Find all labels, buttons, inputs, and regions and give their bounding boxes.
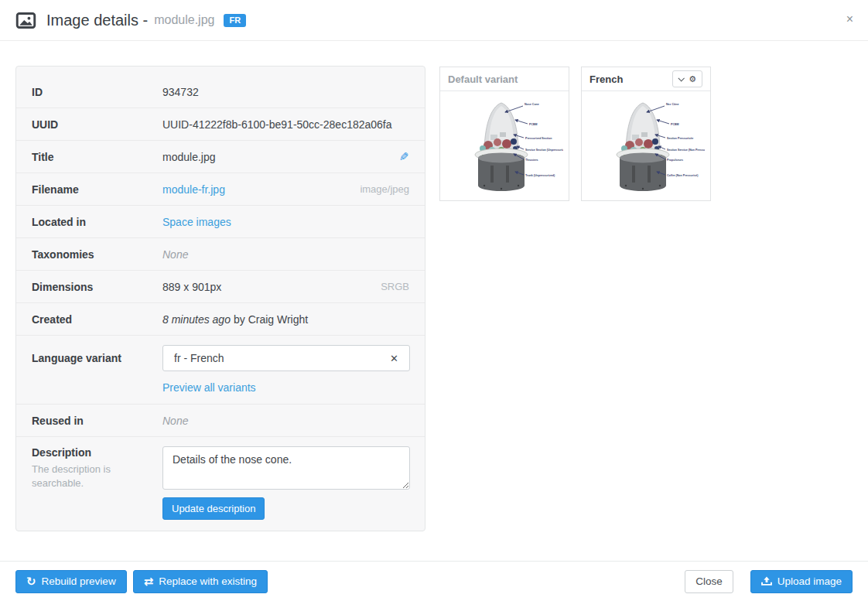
upload-image-button[interactable]: Upload image	[750, 570, 853, 593]
update-description-button[interactable]: Update description	[162, 497, 265, 520]
language-badge: FR	[224, 14, 246, 27]
diagram-label: Propulseurs	[667, 159, 683, 162]
filename-label: Filename	[32, 183, 162, 196]
diagram-label: PCBM	[529, 123, 538, 126]
language-variant-label: Language variant	[32, 345, 162, 364]
refresh-icon: ↻	[26, 575, 36, 587]
row-reused-in: Reused in None	[16, 405, 425, 437]
created-by: by Craig Wright	[234, 313, 308, 326]
row-filename: Filename module-fr.jpg image/jpeg	[16, 173, 425, 206]
edit-pencil-icon[interactable]: ✎	[399, 150, 409, 164]
language-variant-select[interactable]: fr - French ✕	[162, 345, 410, 371]
dimensions-label: Dimensions	[32, 281, 162, 293]
description-label: Description	[32, 446, 91, 459]
diagram-label: Nez Cône	[666, 103, 678, 106]
default-variant-preview[interactable]: Nose Cone PCBM Pressurized Section Servi…	[440, 91, 569, 200]
replace-with-existing-label: Replace with existing	[159, 575, 257, 587]
created-time: 8 minutes ago	[162, 313, 231, 326]
row-located-in: Located in Space images	[16, 206, 425, 238]
row-id: ID 934732	[16, 76, 425, 108]
rebuild-preview-label: Rebuild preview	[42, 575, 116, 587]
dimensions-value: 889 x 901px	[162, 281, 381, 293]
preview-all-variants-link[interactable]: Preview all variants	[162, 381, 256, 394]
modal-header: Image details - module.jpg FR ×	[0, 0, 868, 41]
diagram-label: Pressurized Section	[525, 137, 552, 140]
image-details-modal: Image details - module.jpg FR × ID 93473…	[0, 0, 868, 601]
page-title: Image details -	[46, 12, 148, 29]
close-icon[interactable]: ×	[846, 13, 853, 26]
title-value: module.jpg	[162, 151, 399, 163]
diagram-label: Section Pressurisée	[667, 137, 693, 140]
variant-actions-button[interactable]: ⚙	[672, 70, 702, 87]
row-description: Description The description is searchabl…	[16, 437, 425, 531]
french-variant-title: French	[589, 73, 623, 85]
default-variant-header: Default variant	[440, 67, 569, 91]
language-variant-value: fr - French	[174, 352, 224, 364]
reused-in-label: Reused in	[32, 415, 162, 427]
diagram-label: PCBM	[671, 123, 679, 126]
diagram-label: Thrusters	[525, 159, 538, 162]
id-label: ID	[32, 86, 162, 98]
upload-image-label: Upload image	[777, 575, 842, 587]
row-title: Title module.jpg ✎	[16, 141, 425, 173]
located-in-link[interactable]: Space images	[162, 216, 231, 228]
uuid-value: UUID-41222f8b-6100-be91-50cc-28ec182a06f…	[162, 118, 409, 131]
row-language-variant: Language variant fr - French ✕ Preview a…	[16, 336, 425, 405]
image-icon	[15, 10, 36, 31]
french-variant-header: French ⚙	[582, 67, 710, 91]
swap-arrows-icon: ⇄	[144, 575, 154, 587]
variant-previews: Default variant	[439, 67, 711, 201]
close-button[interactable]: Close	[685, 570, 733, 593]
row-created: Created 8 minutes ago by Craig Wright	[16, 303, 425, 336]
description-hint: The description is searchable.	[32, 463, 148, 490]
replace-with-existing-button[interactable]: ⇄ Replace with existing	[133, 570, 268, 593]
diagram-label: Trunk (Unpressurized)	[525, 174, 555, 177]
color-space: SRGB	[381, 281, 409, 292]
row-taxonomies: Taxonomies None	[16, 238, 425, 271]
upload-icon	[761, 576, 772, 586]
id-value: 934732	[162, 86, 409, 98]
chevron-down-icon[interactable]	[678, 75, 685, 81]
title-label: Title	[32, 151, 162, 163]
row-uuid: UUID UUID-41222f8b-6100-be91-50cc-28ec18…	[16, 108, 425, 141]
diagram-label: Nose Cone	[525, 103, 539, 106]
rebuild-preview-button[interactable]: ↻ Rebuild preview	[15, 570, 127, 593]
filename-link[interactable]: module-fr.jpg	[162, 183, 225, 196]
default-variant-title: Default variant	[448, 73, 518, 85]
taxonomies-label: Taxonomies	[32, 248, 162, 261]
diagram-label: Section Service (Non Pressurisée)	[667, 149, 705, 152]
taxonomies-value: None	[162, 248, 409, 261]
french-variant-preview[interactable]: Nez Cône PCBM Section Pressurisée Sectio…	[582, 91, 710, 200]
modal-footer: ↻ Rebuild preview ⇄ Replace with existin…	[0, 561, 868, 601]
uuid-label: UUID	[32, 118, 162, 131]
diagram-label: Service Section (Unpressurized)	[525, 149, 563, 152]
diagram-label: Coffre (Non Pressurisé)	[667, 174, 699, 177]
row-dimensions: Dimensions 889 x 901px SRGB	[16, 271, 425, 303]
mime-type: image/jpeg	[360, 183, 409, 195]
reused-in-value: None	[162, 415, 409, 427]
default-variant-card: Default variant	[439, 67, 569, 201]
clear-icon[interactable]: ✕	[390, 353, 398, 364]
details-panel: ID 934732 UUID UUID-41222f8b-6100-be91-5…	[15, 66, 425, 531]
gear-icon[interactable]: ⚙	[689, 75, 696, 84]
page-title-filename: module.jpg	[154, 13, 214, 27]
created-label: Created	[32, 313, 162, 326]
located-in-label: Located in	[32, 216, 162, 228]
description-input[interactable]: Details of the nose cone.	[162, 446, 410, 490]
french-variant-card: French ⚙	[581, 67, 711, 201]
